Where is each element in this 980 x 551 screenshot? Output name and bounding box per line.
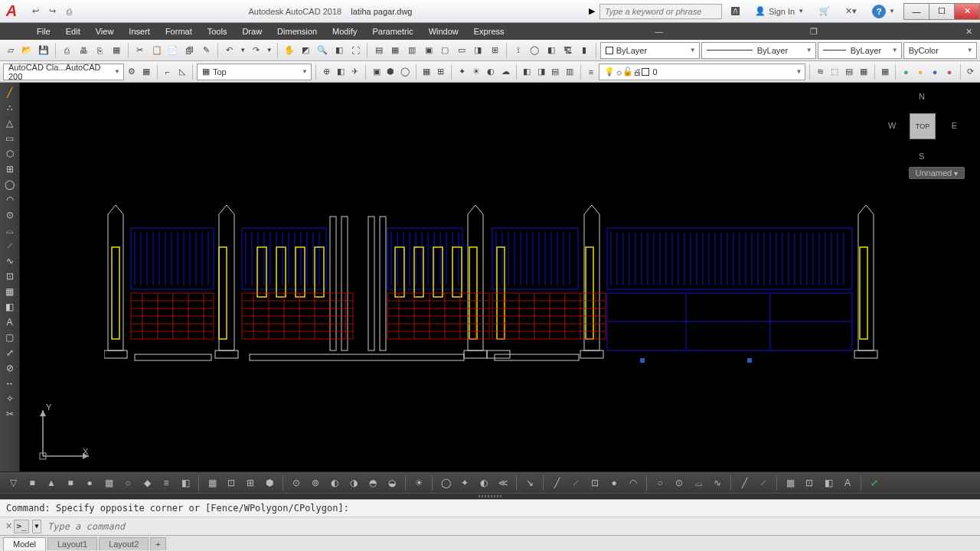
doc-minimize-button[interactable]: — [650,27,668,36]
t2-6-icon[interactable]: ◯ [399,64,412,80]
b23-icon[interactable]: ✦ [456,475,473,491]
b24-icon[interactable]: ◐ [475,475,492,491]
signin-button[interactable]: 👤 Sign In ▼ [750,3,808,20]
workspace-grid-icon[interactable]: ▦ [140,64,153,80]
command-dropdown-icon[interactable]: ▼ [32,520,41,533]
plot-icon[interactable]: ⎙ [60,42,75,59]
b16-icon[interactable]: ⊚ [307,475,324,491]
vp4-icon[interactable]: ▣ [421,42,436,59]
linetype-combo[interactable]: ByLayer [701,42,816,59]
donut-tool-icon[interactable]: ⊙ [2,208,18,222]
autodesk-account-icon[interactable]: 🅰 [727,3,744,20]
render2-icon[interactable]: ● [914,64,927,80]
b41-icon[interactable]: A [839,475,856,491]
zoom-extents-icon[interactable]: ⛶ [348,42,363,59]
doc-restore-button[interactable]: ❐ [805,27,822,37]
open-icon[interactable]: 📂 [20,42,35,59]
b5-icon[interactable]: ● [81,475,98,491]
redo-dropdown-icon[interactable]: ▼ [265,42,273,59]
vp6-icon[interactable]: ▭ [454,42,469,59]
building-icon[interactable]: 🏗 [560,42,576,59]
hatch-tool-icon[interactable]: ⊞ [2,162,18,176]
vp1-icon[interactable]: ▤ [371,42,387,59]
b28-icon[interactable]: ⟋ [567,475,584,491]
close-button[interactable]: ✕ [954,3,980,20]
t2-7-icon[interactable]: ▦ [420,64,433,80]
point-tool-icon[interactable]: ◧ [2,300,18,314]
b3-icon[interactable]: ▲ [43,475,60,491]
t2-13-icon[interactable]: ◧ [520,64,533,80]
view-combo[interactable]: ▦Top [197,64,312,80]
t2-21-icon[interactable]: ⬚ [828,64,841,80]
menu-window[interactable]: Window [421,23,466,40]
polygon-tool-icon[interactable]: △ [2,116,18,130]
menu-draw[interactable]: Draw [234,23,270,40]
refresh-icon[interactable]: ⟳ [964,64,977,80]
b25-icon[interactable]: ≪ [495,475,511,491]
app-logo[interactable]: A [0,0,23,23]
save-icon[interactable]: 💾 [36,42,51,59]
b34-icon[interactable]: ⌓ [690,475,707,491]
command-input[interactable] [44,521,977,532]
t2-4-icon[interactable]: ▣ [370,64,383,80]
menu-parametric[interactable]: Parametric [364,23,420,40]
menu-file[interactable]: File [29,23,58,40]
render3-icon[interactable]: ● [929,64,942,80]
vp3-icon[interactable]: ▥ [404,42,420,59]
hex-tool-icon[interactable]: ⬡ [2,147,18,161]
b19-icon[interactable]: ◓ [364,475,381,491]
undo-dropdown-icon[interactable]: ▼ [239,42,247,59]
line-tool-icon[interactable]: ╱ [2,86,18,99]
arc-tool-icon[interactable]: ◠ [2,193,18,207]
redo-icon[interactable]: ↷ [249,42,264,59]
t2-3-icon[interactable]: ✈ [349,64,362,80]
pline-tool-icon[interactable]: ∴ [2,101,18,115]
menu-edit[interactable]: Edit [58,23,88,40]
menu-dimension[interactable]: Dimension [270,23,325,40]
t2-12-icon[interactable]: ☁ [499,64,512,80]
viewcube-face[interactable]: TOP [910,113,936,139]
b42-icon[interactable]: ⤢ [866,475,883,491]
table-tool-icon[interactable]: ▦ [2,285,18,298]
tab-layout1[interactable]: Layout1 [47,537,97,550]
match-prop-icon[interactable]: 🗐 [182,42,198,59]
b33-icon[interactable]: ⊙ [671,475,688,491]
t2-16-icon[interactable]: ▥ [564,64,577,80]
qat-print-icon[interactable]: ⎙ [61,4,77,19]
drawing-canvas[interactable]: X Y N S W E TOP Unnamed ▾ [20,83,980,471]
b30-icon[interactable]: ● [606,475,622,491]
dim-icon[interactable]: ◯ [527,42,542,59]
t2-10-icon[interactable]: ☀ [470,64,483,80]
b8-icon[interactable]: ◆ [139,475,155,491]
menu-express[interactable]: Express [466,23,512,40]
b20-icon[interactable]: ◒ [384,475,400,491]
t2-8-icon[interactable]: ⊞ [434,64,447,80]
help-button[interactable]: ?▼ [867,3,900,20]
search-arrow-icon[interactable]: ▶ [584,3,599,20]
t2-22-icon[interactable]: ▤ [843,64,856,80]
b4-icon[interactable]: ■ [62,475,79,491]
b11-icon[interactable]: ▦ [204,475,220,491]
b14-icon[interactable]: ⬢ [261,475,278,491]
b1-icon[interactable]: ▽ [5,475,21,491]
b13-icon[interactable]: ⊞ [242,475,259,491]
mirror-tool-icon[interactable]: ↔ [2,377,18,390]
b36-icon[interactable]: ╱ [736,475,753,491]
t2-23-icon[interactable]: ▦ [858,64,871,80]
t2-15-icon[interactable]: ▤ [549,64,562,80]
b39-icon[interactable]: ⊡ [801,475,818,491]
pan-icon[interactable]: ✋ [282,42,297,59]
region-tool-icon[interactable]: ▢ [2,331,18,344]
tab-layout2[interactable]: Layout2 [99,537,149,550]
preview-icon[interactable]: 🖶 [76,42,91,59]
b32-icon[interactable]: ○ [652,475,668,491]
command-close-icon[interactable]: ✕ [3,521,14,531]
t2-11-icon[interactable]: ◐ [485,64,498,80]
zoom-window-icon[interactable]: ◧ [332,42,347,59]
search-input[interactable] [599,4,722,19]
t2-9-icon[interactable]: ✦ [456,64,469,80]
t2-14-icon[interactable]: ◨ [534,64,547,80]
b9-icon[interactable]: ≡ [158,475,175,491]
ref-icon[interactable]: ◧ [544,42,559,59]
b18-icon[interactable]: ◑ [345,475,362,491]
